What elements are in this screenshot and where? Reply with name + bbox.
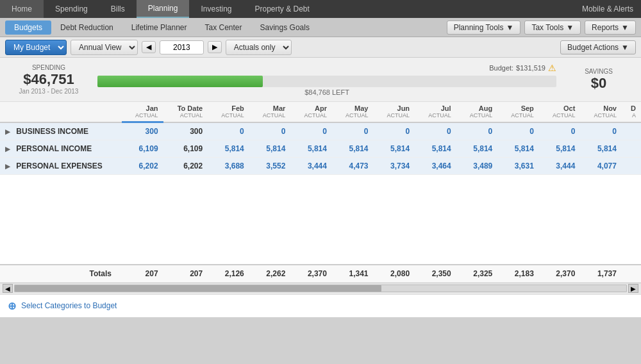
col-header-aug: AugACTUAL	[456, 102, 498, 122]
totals-nov: 1,737	[580, 265, 622, 283]
cell-mar: 5,814	[249, 140, 291, 158]
next-year-button[interactable]: ▶	[208, 41, 222, 53]
col-header-oct: OctACTUAL	[539, 102, 581, 122]
totals-aug: 2,325	[456, 265, 498, 283]
subnav-budgets[interactable]: Budgets	[5, 21, 51, 35]
col-header-mar: MarACTUAL	[249, 102, 291, 122]
cell-nov: 4,077	[580, 158, 622, 175]
col-header-sep: SepACTUAL	[497, 102, 539, 122]
cell-oct: 5,814	[539, 140, 581, 158]
cell-dec	[622, 140, 641, 158]
col-header-jan: JanACTUAL	[122, 102, 163, 122]
cell-sep: 5,814	[497, 140, 539, 158]
cell-feb: 0	[208, 122, 249, 140]
subnav-lifetime-planner[interactable]: Lifetime Planner	[122, 21, 196, 35]
chevron-down-icon: ▼	[621, 23, 629, 32]
scroll-left-arrow[interactable]: ◀	[3, 284, 13, 293]
col-header-apr: AprACTUAL	[290, 102, 332, 122]
nav-mobile-alerts[interactable]: Mobile & Alerts	[574, 0, 641, 18]
subnav-tax-center[interactable]: Tax Center	[196, 21, 251, 35]
cell-mar: 0	[249, 122, 291, 140]
warning-icon: ⚠	[548, 63, 556, 73]
scroll-thumb[interactable]	[15, 285, 381, 292]
nav-planning[interactable]: Planning	[137, 0, 190, 18]
totals-todate: 207	[163, 265, 208, 283]
budget-label: Budget:	[489, 64, 513, 72]
prev-year-button[interactable]: ◀	[142, 41, 156, 53]
toolbar-right: Budget Actions ▼	[560, 40, 636, 54]
cell-may: 0	[332, 122, 374, 140]
nav-investing[interactable]: Investing	[189, 0, 243, 18]
totals-dec	[622, 265, 641, 283]
view-selector[interactable]: Annual View	[71, 40, 138, 55]
category-label: ▶ PERSONAL INCOME	[0, 140, 122, 158]
budget-selector[interactable]: My Budget	[5, 40, 67, 55]
col-header-feb: FebACTUAL	[208, 102, 249, 122]
reports-button[interactable]: Reports ▼	[585, 21, 636, 35]
totals-may: 1,341	[332, 265, 374, 283]
cell-jul: 5,814	[415, 140, 456, 158]
cell-aug: 3,489	[456, 158, 498, 175]
col-header-jul: JulACTUAL	[415, 102, 456, 122]
select-categories-link[interactable]: Select Categories to Budget	[21, 301, 117, 310]
horizontal-scrollbar[interactable]: ◀ ▶	[0, 283, 641, 294]
left-label: $84,768 LEFT	[97, 88, 556, 96]
cell-jul: 3,464	[415, 158, 456, 175]
cell-oct: 3,444	[539, 158, 581, 175]
cell-may: 4,473	[332, 158, 374, 175]
table-row: ▶ PERSONAL EXPENSES 6,202 6,202 3,688 3,…	[0, 158, 641, 175]
sub-navigation: Budgets Debt Reduction Lifetime Planner …	[0, 18, 641, 37]
nav-home[interactable]: Home	[0, 0, 44, 18]
progress-bar	[97, 76, 556, 87]
top-navigation: Home Spending Bills Planning Investing P…	[0, 0, 641, 18]
budget-footer: ⊕ Select Categories to Budget	[0, 294, 641, 317]
col-header-dec: DA	[622, 102, 641, 122]
summary-bar: SPENDING $46,751 Jan 2013 - Dec 2013 Bud…	[0, 58, 641, 102]
planning-tools-button[interactable]: Planning Tools ▼	[447, 21, 521, 35]
cell-oct: 0	[539, 122, 581, 140]
spending-label: SPENDING	[10, 64, 87, 71]
cell-sep: 3,631	[497, 158, 539, 175]
totals-sep: 2,183	[497, 265, 539, 283]
totals-jan: 207	[122, 265, 163, 283]
cell-jul: 0	[415, 122, 456, 140]
add-category-icon[interactable]: ⊕	[8, 300, 16, 312]
progress-section: Budget: $131,519 ⚠ $84,768 LEFT	[97, 63, 556, 96]
budget-table: JanACTUAL To DateACTUAL FebACTUAL MarACT…	[0, 102, 641, 283]
category-label: ▶ BUSINESS INCOME	[0, 122, 122, 140]
scroll-right-arrow[interactable]: ▶	[628, 284, 638, 293]
chevron-down-icon: ▼	[621, 43, 629, 52]
nav-property-debt[interactable]: Property & Debt	[244, 0, 321, 18]
spending-amount: $46,751	[10, 71, 87, 88]
nav-bills[interactable]: Bills	[99, 0, 137, 18]
chevron-down-icon: ▼	[506, 23, 513, 32]
totals-label: Totals	[0, 265, 122, 283]
subnav-savings-goals[interactable]: Savings Goals	[251, 21, 319, 35]
scroll-track[interactable]	[14, 285, 627, 292]
expand-icon[interactable]: ▶	[5, 128, 10, 135]
cell-apr: 5,814	[290, 140, 332, 158]
tax-tools-button[interactable]: Tax Tools ▼	[524, 21, 581, 35]
budget-table-container: JanACTUAL To DateACTUAL FebACTUAL MarACT…	[0, 102, 641, 283]
cell-todate: 6,109	[163, 140, 208, 158]
year-display: 2013	[160, 40, 204, 54]
totals-row: Totals 207 207 2,126 2,262 2,370 1,341 2…	[0, 265, 641, 283]
table-header-row: JanACTUAL To DateACTUAL FebACTUAL MarACT…	[0, 102, 641, 122]
cell-apr: 3,444	[290, 158, 332, 175]
cell-aug: 0	[456, 122, 498, 140]
filter-selector[interactable]: Actuals only	[226, 40, 292, 55]
cell-todate: 6,202	[163, 158, 208, 175]
subnav-debt-reduction[interactable]: Debt Reduction	[51, 21, 122, 35]
expand-icon[interactable]: ▶	[5, 163, 10, 170]
expand-icon[interactable]: ▶	[5, 145, 10, 153]
nav-spending[interactable]: Spending	[44, 0, 99, 18]
totals-feb: 2,126	[208, 265, 249, 283]
cell-nov: 5,814	[580, 140, 622, 158]
cell-apr: 0	[290, 122, 332, 140]
cell-may: 5,814	[332, 140, 374, 158]
budget-actions-button[interactable]: Budget Actions ▼	[560, 40, 636, 54]
totals-oct: 2,370	[539, 265, 581, 283]
budget-info: Budget: $131,519 ⚠	[97, 63, 556, 73]
col-header-may: MayACTUAL	[332, 102, 374, 122]
cell-aug: 5,814	[456, 140, 498, 158]
